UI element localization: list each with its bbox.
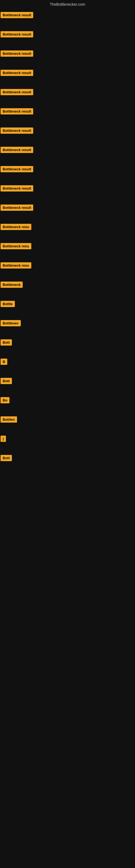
bottleneck-item-25 [0,471,135,477]
bottleneck-item-20: Bott [0,375,135,387]
bottleneck-item-21: Bo [0,394,135,406]
bottleneck-badge-18[interactable]: Bott [1,339,12,346]
bottleneck-badge-22[interactable]: Bottlen [1,416,17,423]
bottleneck-badge-12[interactable]: Bottleneck resu [1,224,31,230]
page-wrapper: TheBottlenecker.com Bottleneck resultBot… [0,0,135,477]
bottleneck-badge-7[interactable]: Bottleneck result [1,127,33,134]
bottleneck-badge-15[interactable]: Bottleneck [1,282,23,288]
bottleneck-item-14: Bottleneck resu [0,259,135,271]
bottleneck-item-23: | [0,433,135,444]
site-title: TheBottlenecker.com [50,2,85,6]
bottleneck-item-17: Bottlenec [0,317,135,329]
bottleneck-item-2: Bottleneck result [0,29,135,40]
bottleneck-item-9: Bottleneck result [0,163,135,175]
bottleneck-item-13: Bottleneck resu [0,240,135,252]
bottleneck-item-1: Bottleneck result [0,9,135,21]
bottleneck-item-5: Bottleneck result [0,86,135,98]
bottleneck-item-7: Bottleneck result [0,125,135,136]
bottleneck-badge-13[interactable]: Bottleneck resu [1,243,31,249]
bottleneck-badge-16[interactable]: Bottle [1,301,15,307]
bottleneck-item-6: Bottleneck result [0,105,135,117]
bottleneck-item-4: Bottleneck result [0,67,135,79]
bottleneck-item-24: Bott [0,452,135,464]
bottleneck-item-16: Bottle [0,298,135,310]
site-header: TheBottlenecker.com [0,0,135,9]
bottleneck-item-19: B [0,356,135,368]
bottleneck-item-15: Bottleneck [0,279,135,290]
bottleneck-badge-20[interactable]: Bott [1,378,12,384]
bottleneck-item-8: Bottleneck result [0,144,135,156]
bottleneck-item-18: Bott [0,337,135,348]
bottleneck-badge-8[interactable]: Bottleneck result [1,147,33,153]
bottleneck-badge-2[interactable]: Bottleneck result [1,31,33,37]
bottleneck-badge-5[interactable]: Bottleneck result [1,89,33,95]
bottleneck-item-22: Bottlen [0,414,135,425]
bottleneck-item-11: Bottleneck result [0,202,135,214]
bottleneck-badge-14[interactable]: Bottleneck resu [1,262,31,269]
bottleneck-badge-24[interactable]: Bott [1,455,12,461]
bottleneck-badge-17[interactable]: Bottlenec [1,320,21,326]
bottleneck-item-3: Bottleneck result [0,48,135,59]
bottleneck-badge-11[interactable]: Bottleneck result [1,205,33,211]
bottleneck-badge-1[interactable]: Bottleneck result [1,12,33,18]
bottleneck-badge-19[interactable]: B [1,359,7,365]
bottleneck-badge-10[interactable]: Bottleneck result [1,185,33,191]
bottleneck-badge-9[interactable]: Bottleneck result [1,166,33,172]
bottleneck-item-10: Bottleneck result [0,183,135,194]
bottleneck-badge-4[interactable]: Bottleneck result [1,70,33,76]
bottleneck-badge-23[interactable]: | [1,436,6,442]
items-container: Bottleneck resultBottleneck resultBottle… [0,9,135,477]
bottleneck-badge-6[interactable]: Bottleneck result [1,108,33,115]
bottleneck-badge-3[interactable]: Bottleneck result [1,51,33,57]
bottleneck-item-12: Bottleneck resu [0,221,135,233]
bottleneck-badge-21[interactable]: Bo [1,397,9,403]
